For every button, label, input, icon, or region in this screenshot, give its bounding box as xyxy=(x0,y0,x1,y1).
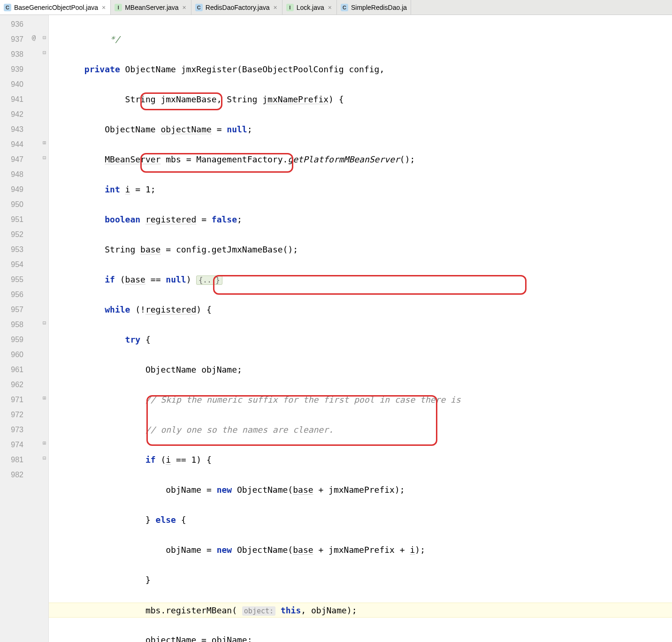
tab-mbean-server[interactable]: I MBeanServer.java × xyxy=(111,0,191,15)
line-number-gutter: 9369379389399409419429439449479489499509… xyxy=(0,15,27,642)
fold-column: ⊟⊟ ⊞⊟ ⊟ ⊞ ⊞⊟ xyxy=(40,15,49,642)
tab-label: Lock.java xyxy=(297,4,324,11)
gutter-annotation-column: @ xyxy=(27,15,40,642)
tab-base-generic-object-pool[interactable]: C BaseGenericObjectPool.java × xyxy=(0,0,111,15)
close-icon[interactable]: × xyxy=(272,4,278,11)
tab-redis-dao-factory[interactable]: C RedisDaoFactory.java × xyxy=(191,0,283,15)
tab-label: RedisDaoFactory.java xyxy=(206,4,270,11)
class-icon: C xyxy=(341,4,348,11)
tab-lock[interactable]: I Lock.java × xyxy=(283,0,337,15)
tab-label: SimpleRedisDao.ja xyxy=(351,4,407,11)
interface-icon: I xyxy=(115,4,122,11)
tab-label: MBeanServer.java xyxy=(125,4,178,11)
tab-simple-redis-dao[interactable]: C SimpleRedisDao.ja xyxy=(337,0,411,15)
interface-icon: I xyxy=(286,4,294,11)
class-icon: C xyxy=(4,4,11,11)
code-editor[interactable]: 9369379389399409419429439449479489499509… xyxy=(0,15,672,642)
folded-block[interactable]: {...} xyxy=(196,275,222,285)
close-icon[interactable]: × xyxy=(327,4,333,11)
close-icon[interactable]: × xyxy=(182,4,187,11)
class-icon: C xyxy=(195,4,203,11)
tab-label: BaseGenericObjectPool.java xyxy=(14,4,98,11)
code-area[interactable]: */ private ObjectName jmxRegister(BaseOb… xyxy=(49,15,672,642)
close-icon[interactable]: × xyxy=(101,4,107,11)
parameter-hint: object: xyxy=(242,606,275,616)
editor-tabs: C BaseGenericObjectPool.java × I MBeanSe… xyxy=(0,0,672,15)
